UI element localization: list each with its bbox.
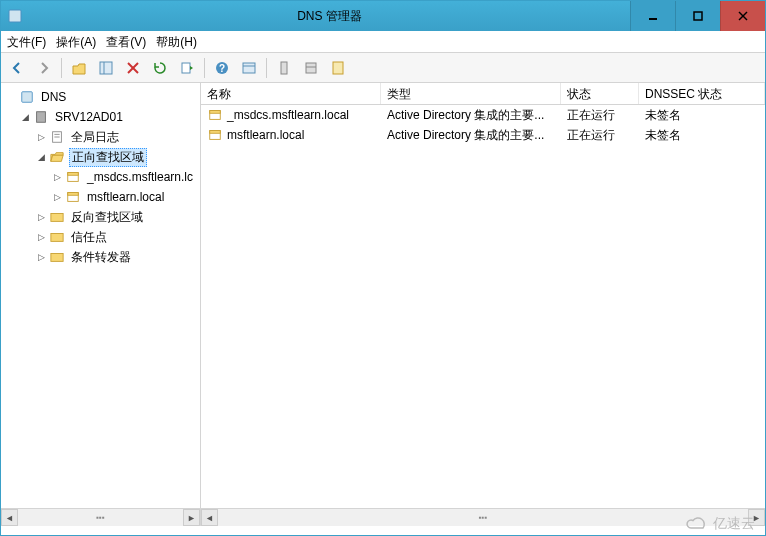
cell-dnssec: 未签名 <box>639 107 765 124</box>
tree-label: DNS <box>39 90 68 104</box>
tree-pane: DNS ◢ SRV12AD01 ▷ 全局日志 ◢ 正向查找区域 ▷ _msdcs… <box>1 83 201 508</box>
cell-dnssec: 未签名 <box>639 127 765 144</box>
expand-icon[interactable]: ▷ <box>35 251 47 263</box>
menu-operate[interactable]: 操作(A) <box>56 34 96 51</box>
tree-cond-forwarder[interactable]: ▷ 条件转发器 <box>1 247 200 267</box>
delete-button[interactable] <box>121 56 145 80</box>
export-button[interactable] <box>175 56 199 80</box>
log-icon <box>49 129 65 145</box>
svg-rect-0 <box>9 10 21 22</box>
svg-rect-33 <box>210 131 221 134</box>
menu-help[interactable]: 帮助(H) <box>156 34 197 51</box>
toolbar: ? <box>1 53 765 83</box>
expand-icon[interactable]: ▷ <box>51 191 63 203</box>
menu-view[interactable]: 查看(V) <box>106 34 146 51</box>
close-button[interactable] <box>720 1 765 31</box>
tree-zone-msftlearn[interactable]: ▷ msftlearn.local <box>1 187 200 207</box>
cell-state: 正在运行 <box>561 107 639 124</box>
expand-icon[interactable]: ▷ <box>35 231 47 243</box>
list-pane: 名称 类型 状态 DNSSEC 状态 _msdcs.msftlearn.loca… <box>201 83 765 508</box>
up-level-button[interactable] <box>67 56 91 80</box>
expand-icon[interactable]: ▷ <box>35 131 47 143</box>
tool-button-1[interactable] <box>272 56 296 80</box>
cell-type: Active Directory 集成的主要... <box>381 107 561 124</box>
column-type[interactable]: 类型 <box>381 83 561 104</box>
tool-button-2[interactable] <box>299 56 323 80</box>
svg-rect-2 <box>694 12 702 20</box>
expand-icon[interactable]: ▷ <box>35 211 47 223</box>
folder-icon <box>49 229 65 245</box>
maximize-button[interactable] <box>675 1 720 31</box>
zone-icon <box>207 107 223 123</box>
tool-button-3[interactable] <box>326 56 350 80</box>
minimize-button[interactable] <box>630 1 675 31</box>
tree-label: _msdcs.msftlearn.lc <box>85 170 195 184</box>
svg-rect-14 <box>281 62 287 74</box>
list-body[interactable]: _msdcs.msftlearn.local Active Directory … <box>201 105 765 508</box>
scroll-left-button[interactable]: ◄ <box>201 509 218 526</box>
svg-rect-31 <box>210 111 221 114</box>
app-icon <box>7 8 23 24</box>
svg-rect-28 <box>51 234 63 242</box>
column-dnssec[interactable]: DNSSEC 状态 <box>639 83 765 104</box>
folder-open-icon <box>49 149 65 165</box>
svg-rect-15 <box>306 63 316 73</box>
properties-button[interactable] <box>237 56 261 80</box>
cell-name: msftlearn.local <box>227 128 304 142</box>
collapse-icon[interactable] <box>5 91 17 103</box>
list-row[interactable]: _msdcs.msftlearn.local Active Directory … <box>201 105 765 125</box>
svg-rect-19 <box>37 112 46 123</box>
tree-label: 正向查找区域 <box>69 148 147 167</box>
tree-reverse-zone[interactable]: ▷ 反向查找区域 <box>1 207 200 227</box>
collapse-icon[interactable]: ◢ <box>19 111 31 123</box>
svg-text:?: ? <box>219 63 225 74</box>
svg-rect-26 <box>68 193 79 196</box>
menu-bar: 文件(F) 操作(A) 查看(V) 帮助(H) <box>1 31 765 53</box>
tree-forward-zone[interactable]: ◢ 正向查找区域 <box>1 147 200 167</box>
tree-label: msftlearn.local <box>85 190 166 204</box>
tree-global-log[interactable]: ▷ 全局日志 <box>1 127 200 147</box>
tree-body[interactable]: DNS ◢ SRV12AD01 ▷ 全局日志 ◢ 正向查找区域 ▷ _msdcs… <box>1 83 200 508</box>
svg-rect-5 <box>100 62 112 74</box>
column-state[interactable]: 状态 <box>561 83 639 104</box>
window-controls <box>630 1 765 31</box>
tree-zone-msdcs[interactable]: ▷ _msdcs.msftlearn.lc <box>1 167 200 187</box>
help-button[interactable]: ? <box>210 56 234 80</box>
tree-label: 反向查找区域 <box>69 209 145 226</box>
svg-rect-24 <box>68 173 79 176</box>
expand-icon[interactable]: ▷ <box>51 171 63 183</box>
server-icon <box>33 109 49 125</box>
scroll-track[interactable]: ▪▪▪ <box>18 509 183 526</box>
bottom-scrollbars: ◄ ▪▪▪ ► ◄ ▪▪▪ ► <box>1 509 765 526</box>
tree-label: SRV12AD01 <box>53 110 125 124</box>
tree-trust-point[interactable]: ▷ 信任点 <box>1 227 200 247</box>
zone-icon <box>207 127 223 143</box>
zone-icon <box>65 189 81 205</box>
collapse-icon[interactable]: ◢ <box>35 151 47 163</box>
tree-server[interactable]: ◢ SRV12AD01 <box>1 107 200 127</box>
tree-label: 全局日志 <box>69 129 121 146</box>
cell-name: _msdcs.msftlearn.local <box>227 108 349 122</box>
watermark: 亿速云 <box>685 515 755 533</box>
dns-icon <box>19 89 35 105</box>
svg-rect-18 <box>22 92 33 103</box>
cell-state: 正在运行 <box>561 127 639 144</box>
folder-icon <box>49 209 65 225</box>
menu-file[interactable]: 文件(F) <box>7 34 46 51</box>
folder-icon <box>49 249 65 265</box>
list-row[interactable]: msftlearn.local Active Directory 集成的主要..… <box>201 125 765 145</box>
show-hide-tree-button[interactable] <box>94 56 118 80</box>
forward-button[interactable] <box>32 56 56 80</box>
toolbar-separator <box>61 58 62 78</box>
scroll-right-button[interactable]: ► <box>183 509 200 526</box>
refresh-button[interactable] <box>148 56 172 80</box>
svg-rect-9 <box>182 63 190 73</box>
svg-rect-17 <box>333 62 343 74</box>
back-button[interactable] <box>5 56 29 80</box>
scroll-left-button[interactable]: ◄ <box>1 509 18 526</box>
content-area: DNS ◢ SRV12AD01 ▷ 全局日志 ◢ 正向查找区域 ▷ _msdcs… <box>1 83 765 509</box>
tree-root-dns[interactable]: DNS <box>1 87 200 107</box>
column-name[interactable]: 名称 <box>201 83 381 104</box>
title-bar: DNS 管理器 <box>1 1 765 31</box>
scroll-track[interactable]: ▪▪▪ <box>218 509 748 526</box>
